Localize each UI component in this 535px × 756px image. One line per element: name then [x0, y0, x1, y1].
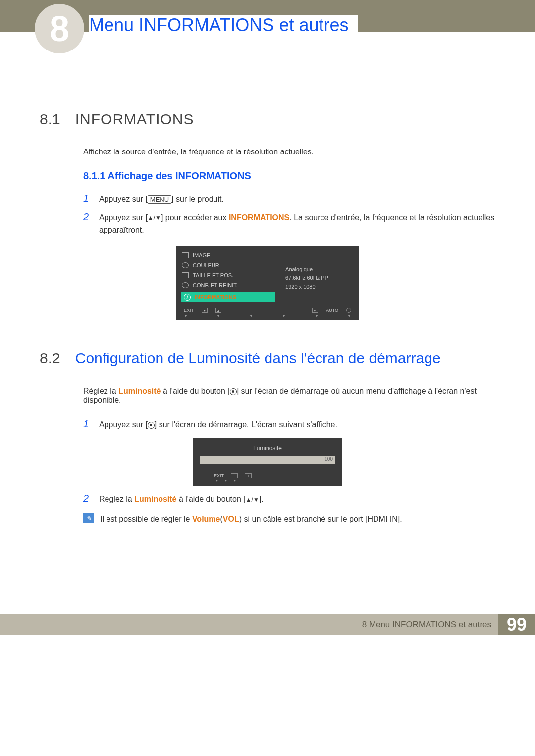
footer-text: 8 Menu INFORMATIONS et autres — [0, 614, 498, 635]
brightness-bottom-bar: EXIT − + — [200, 473, 335, 478]
up-down-arrows-icon: ▲/▼ — [148, 213, 161, 223]
note-icon: ✎ — [83, 513, 94, 523]
section-8-1-desc: Affichez la source d'entrée, la fréquenc… — [83, 148, 495, 156]
section-8-2-heading: 8.2 Configuration de Luminosité dans l'é… — [40, 350, 495, 367]
info-icon: i — [184, 294, 191, 301]
step-text: Appuyez sur [MENU] sur le produit. — [99, 193, 224, 205]
note-text: Il est possible de régler le Volume(VOL)… — [100, 513, 402, 525]
step-1: 1 Appuyez sur [] sur l'écran de démarrag… — [83, 418, 495, 431]
up-arrow-icon: ▲ — [215, 308, 221, 313]
osd-item-conf: CONF. ET REINIT. — [181, 280, 275, 290]
section-8-1-heading: 8.1 INFORMATIONS — [40, 111, 495, 128]
step-text: Appuyez sur [] sur l'écran de démarrage.… — [99, 418, 337, 431]
step-2: 2 Appuyez sur [▲/▼] pour accéder aux INF… — [83, 211, 495, 237]
enter-icon: ↵ — [312, 308, 318, 313]
step-2: 2 Réglez la Luminosité à l'aide du bouto… — [83, 493, 495, 505]
osd-bottom-bar: EXIT ▼ ▲ ↵ AUTO — [181, 308, 354, 314]
osd-menu-list: IMAGE COULEUR TAILLE ET POS. CONF. ET RE… — [181, 251, 275, 302]
informations-highlight: INFORMATIONS — [229, 213, 289, 222]
color-icon — [182, 262, 189, 268]
section-8-2-desc: Réglez la Luminosité à l'aide du bouton … — [83, 387, 495, 404]
image-icon — [182, 252, 189, 258]
plus-icon: + — [245, 473, 252, 478]
step-1: 1 Appuyez sur [MENU] sur le produit. — [83, 193, 495, 205]
osd-resolution: 1920 x 1080 — [285, 283, 354, 292]
page-content: 8.1 INFORMATIONS Affichez la source d'en… — [0, 32, 535, 545]
chapter-badge: 8 — [35, 4, 84, 53]
brightness-bar: 100 — [200, 456, 335, 464]
osd-screen: IMAGE COULEUR TAILLE ET POS. CONF. ET RE… — [176, 246, 359, 320]
jog-button-icon — [230, 388, 237, 395]
osd-figure: IMAGE COULEUR TAILLE ET POS. CONF. ET RE… — [40, 246, 495, 320]
step-number: 1 — [83, 193, 92, 205]
osd-source: Analogique — [285, 265, 354, 274]
luminosite-highlight: Luminosité — [134, 495, 176, 503]
step-number: 1 — [83, 418, 92, 431]
footer: 8 Menu INFORMATIONS et autres 99 — [0, 614, 535, 635]
up-down-arrows-icon: ▲/▼ — [246, 495, 259, 504]
step-number: 2 — [83, 493, 92, 505]
auto-label: AUTO — [326, 308, 338, 313]
brightness-title: Luminosité — [200, 445, 335, 452]
page-number: 99 — [498, 614, 535, 635]
size-icon — [182, 272, 189, 278]
brightness-value: 100 — [324, 456, 333, 462]
step-text: Réglez la Luminosité à l'aide du bouton … — [99, 493, 264, 505]
minus-icon: − — [231, 473, 238, 478]
settings-icon — [182, 282, 189, 288]
vol-highlight: VOL — [223, 515, 239, 523]
osd-item-informations: iINFORMATIONS — [181, 292, 275, 302]
page-title: Menu INFORMATIONS et autres — [89, 15, 358, 36]
osd-item-taille: TAILLE ET POS. — [181, 270, 275, 280]
step-text: Appuyez sur [▲/▼] pour accéder aux INFOR… — [99, 211, 495, 237]
jog-button-icon — [148, 422, 155, 429]
brightness-figure: Luminosité 100 EXIT − + ▾▾▾ — [40, 438, 495, 486]
osd-item-couleur: COULEUR — [181, 260, 275, 270]
brightness-screen: Luminosité 100 EXIT − + ▾▾▾ — [193, 438, 342, 486]
section-title: Configuration de Luminosité dans l'écran… — [75, 350, 441, 367]
step-number: 2 — [83, 211, 92, 237]
section-title: INFORMATIONS — [75, 111, 194, 128]
exit-label: EXIT — [214, 473, 224, 478]
menu-button-label: MENU — [148, 195, 171, 204]
section-number: 8.2 — [40, 350, 60, 367]
osd-info-panel: Analogique 67.6kHz 60Hz PP 1920 x 1080 — [285, 251, 354, 302]
section-number: 8.1 — [40, 111, 60, 128]
power-icon — [346, 308, 351, 313]
subsection-8-1-1-title: 8.1.1 Affichage des INFORMATIONS — [83, 170, 495, 182]
osd-item-image: IMAGE — [181, 251, 275, 260]
volume-highlight: Volume — [192, 515, 220, 523]
down-arrow-icon: ▼ — [202, 308, 208, 313]
luminosite-highlight: Luminosité — [118, 387, 160, 395]
chapter-number: 8 — [50, 8, 69, 49]
exit-label: EXIT — [184, 308, 194, 313]
osd-frequency: 67.6kHz 60Hz PP — [285, 274, 354, 283]
note: ✎ Il est possible de régler le Volume(VO… — [83, 513, 495, 525]
